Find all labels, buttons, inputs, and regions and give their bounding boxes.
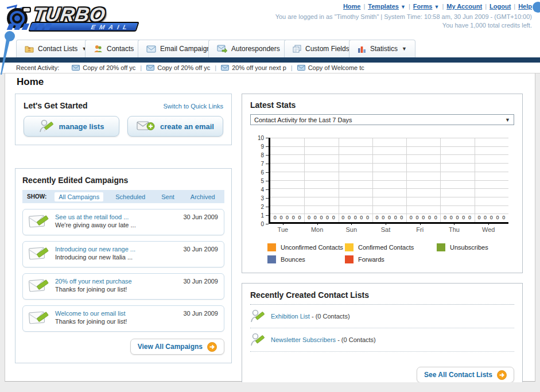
data-label: 0 [286, 215, 289, 220]
campaigns-footer: View All Campaigns [22, 339, 224, 355]
campaign-list-item[interactable]: Introducing our new range ... Introducin… [22, 241, 224, 267]
filter-all-campaigns[interactable]: All Campaigns [55, 192, 103, 201]
campaign-list-item[interactable]: Welcome to our email list Thanks for joi… [22, 305, 224, 332]
envelope-pencil-icon [29, 310, 49, 327]
campaign-list-item[interactable]: 20% off your next purchase Thanks for jo… [22, 273, 224, 300]
left-column: Let's Get Started Switch to Quick Links … [15, 94, 232, 363]
nav-link-templates[interactable]: Templates [368, 3, 399, 10]
nav-link-my-account[interactable]: My Account [446, 3, 482, 10]
x-tick-label: Fri [403, 226, 437, 233]
campaigns-filter-bar: SHOW: All Campaigns Scheduled Sent Archi… [22, 190, 224, 203]
campaign-subtitle: Thanks for joining our list! [55, 286, 177, 293]
contact-lists-title: Recently Created Contact Lists [250, 290, 514, 300]
contact-list-link[interactable]: Newsletter Subscribers [271, 336, 336, 343]
tab-contact-lists[interactable]: Contact Lists ▼ [16, 40, 95, 57]
h-gridline [270, 172, 508, 172]
arrow-right-icon [497, 370, 507, 380]
session-info: You are logged in as "Timothy Smith" | S… [275, 13, 532, 30]
data-label: 0 [444, 215, 446, 220]
campaign-title-link[interactable]: 20% off your next purchase [55, 278, 177, 285]
data-label: 0 [422, 215, 425, 220]
login-info-text: You are logged in as "Timothy Smith" | S… [275, 13, 532, 21]
legend-item: Bounces [267, 255, 345, 263]
legend-swatch-icon [345, 255, 353, 263]
data-label: 0 [274, 215, 277, 220]
nav-link-logout[interactable]: Logout [490, 3, 511, 10]
data-label: 0 [376, 215, 379, 220]
person-pencil-icon [39, 119, 54, 133]
legend-label: Confirmed Contacts [358, 244, 414, 251]
data-label-group: 00000 [372, 215, 406, 220]
tab-statistics[interactable]: Statistics ▼ [349, 40, 415, 57]
navy-divider-bar [0, 57, 540, 63]
campaign-title-link[interactable]: Welcome to our email list [55, 310, 177, 317]
legend-swatch-icon [437, 243, 445, 251]
header: TURBO EMAIL Home|Templates ▼|Forms ▼|My … [0, 0, 540, 36]
manage-lists-button[interactable]: manage lists [24, 116, 119, 137]
arrow-right-icon [207, 342, 217, 352]
contact-list-count: - (0 Contacts) [310, 313, 350, 320]
chart-y-axis: 109876543210 [255, 138, 269, 224]
campaign-list-item[interactable]: See us at the retail food ... We're givi… [22, 209, 224, 235]
campaign-title-link[interactable]: Introducing our new range ... [55, 246, 177, 253]
legend-item: Unconfirmed Contacts [267, 243, 345, 251]
chevron-down-icon: ▼ [505, 117, 510, 123]
main-content: Home Let's Get Started Switch to Quick L… [5, 73, 535, 382]
legend-item: Forwards [345, 255, 437, 263]
data-label: 0 [416, 215, 419, 220]
campaign-date: 30 Jun 2009 [183, 214, 218, 231]
recent-contact-lists-panel: Recently Created Contact Lists Exhibitio… [242, 283, 523, 391]
campaigns-panel-title: Recently Edited Campaigns [22, 176, 224, 185]
recent-activity-label: Recent Activity: [16, 64, 59, 71]
campaign-subtitle: Thanks for joining our list! [55, 318, 177, 325]
h-gridline [270, 197, 508, 197]
tab-label: Email Campaigns [160, 45, 214, 53]
v-gridline [372, 138, 373, 222]
contact-list-item[interactable]: Exhibition List - (0 Contacts) [250, 305, 514, 328]
data-label: 0 [348, 215, 351, 220]
x-tick-label: Tue [266, 226, 300, 233]
contact-list-item[interactable]: Newsletter Subscribers - (0 Contacts) [250, 328, 514, 352]
switch-to-quick-links-link[interactable]: Switch to Quick Links [163, 103, 223, 110]
contact-list-link[interactable]: Exhibition List [271, 313, 310, 320]
data-label: 0 [382, 215, 384, 220]
campaign-title-link[interactable]: See us at the retail food ... [55, 214, 177, 220]
data-label: 0 [394, 215, 397, 220]
filter-scheduled[interactable]: Scheduled [111, 192, 149, 201]
campaign-text: See us at the retail food ... We're givi… [55, 214, 177, 231]
recent-activity-item[interactable]: Copy of Welcome tc [297, 64, 364, 71]
v-gridline [440, 138, 441, 222]
tab-label: Contacts [107, 45, 134, 53]
folder-contacts-icon [25, 45, 34, 53]
h-gridline [270, 146, 508, 147]
logo-banner: EMAIL [28, 22, 139, 32]
data-label: 0 [314, 215, 317, 220]
data-label-group: 00000 [406, 215, 440, 220]
nav-separator: | [442, 3, 444, 10]
filter-archived[interactable]: Archived [187, 192, 219, 201]
x-tick-label: Sun [334, 226, 368, 233]
filter-sent[interactable]: Sent [157, 192, 178, 201]
campaign-text: Introducing our new range ... Introducin… [55, 246, 177, 263]
latest-stats-panel: Latest Stats Contact Activity for the La… [242, 94, 523, 273]
data-label: 0 [388, 215, 391, 220]
nav-link-help[interactable]: Help [518, 3, 532, 10]
stats-dropdown[interactable]: Contact Activity for the Last 7 Days ▼ [250, 114, 514, 125]
view-all-campaigns-label: View All Campaigns [138, 343, 203, 351]
chevron-down-icon: ▼ [402, 46, 407, 52]
recent-activity-item[interactable]: 20% off your next p [221, 64, 286, 71]
nav-link-home[interactable]: Home [343, 3, 361, 10]
data-label: 0 [354, 215, 357, 220]
view-all-campaigns-button[interactable]: View All Campaigns [130, 339, 224, 355]
create-email-button[interactable]: create an email [127, 116, 223, 137]
nav-separator: | [363, 3, 365, 10]
data-label: 0 [332, 215, 335, 220]
legend-swatch-icon [267, 243, 276, 251]
see-all-contact-lists-button[interactable]: See All Contact Lists [417, 367, 514, 383]
nav-link-forms[interactable]: Forms [413, 3, 433, 10]
page-title: Home [17, 76, 44, 88]
contact-list-count: - (0 Contacts) [336, 336, 376, 343]
recent-activity-item[interactable]: Copy of 20% off yc [72, 64, 135, 71]
chevron-down-icon: ▼ [434, 4, 439, 10]
recent-activity-item[interactable]: Copy of 20% off yc [146, 64, 210, 71]
